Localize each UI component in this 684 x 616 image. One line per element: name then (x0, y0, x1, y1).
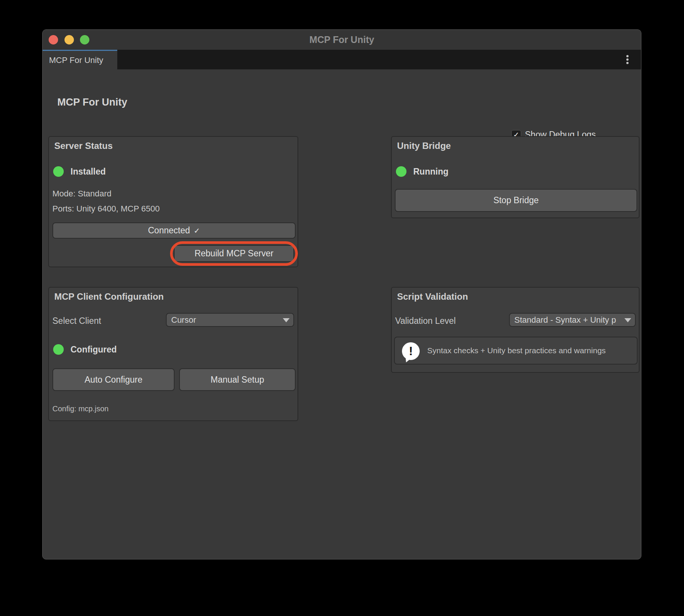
validation-level-label: Validation Level (395, 316, 456, 326)
auto-configure-label: Auto Configure (84, 375, 142, 385)
client-select-value: Cursor (171, 315, 196, 325)
rebuild-mcp-server-button[interactable]: Rebuild MCP Server (174, 245, 294, 262)
status-dot-icon (396, 166, 406, 177)
select-client-label: Select Client (52, 316, 101, 326)
window-title: MCP For Unity (43, 30, 641, 50)
status-dot-icon (53, 344, 64, 355)
info-exclamation-icon: ! (402, 342, 420, 360)
kebab-menu-icon[interactable] (622, 50, 633, 69)
stop-bridge-button[interactable]: Stop Bridge (395, 189, 637, 212)
config-path-text: Config: mcp.json (52, 405, 109, 413)
tab-label: MCP For Unity (49, 55, 103, 65)
bridge-status-row: Running (396, 166, 448, 177)
rebuild-mcp-server-label: Rebuild MCP Server (195, 248, 273, 259)
connected-button[interactable]: Connected ✓ (52, 222, 296, 239)
stop-bridge-label: Stop Bridge (493, 195, 538, 205)
content-area: MCP For Unity ✓ Show Debug Logs Server S… (43, 69, 641, 559)
dropdown-arrow-icon (283, 318, 290, 322)
server-status-row: Installed (53, 166, 106, 177)
server-status-title: Server Status (54, 141, 113, 151)
manual-setup-button[interactable]: Manual Setup (179, 368, 296, 391)
configured-status-row: Configured (53, 344, 117, 355)
manual-setup-label: Manual Setup (211, 375, 264, 385)
client-config-title: MCP Client Configuration (54, 291, 164, 302)
server-status-value: Installed (71, 167, 106, 177)
unity-bridge-panel: Unity Bridge Running Stop Bridge (391, 136, 640, 218)
auto-configure-button[interactable]: Auto Configure (52, 368, 175, 391)
unity-bridge-title: Unity Bridge (397, 141, 451, 151)
validation-help-text: Syntax checks + Unity best practices and… (427, 337, 606, 364)
titlebar: MCP For Unity (43, 30, 641, 50)
bridge-status-value: Running (413, 167, 448, 177)
configured-status-value: Configured (71, 345, 117, 355)
status-dot-icon (53, 166, 64, 177)
server-status-panel: Server Status Installed Mode: Standard P… (48, 136, 298, 267)
app-window: MCP For Unity MCP For Unity MCP For Unit… (42, 29, 641, 559)
client-select-dropdown[interactable]: Cursor (166, 313, 294, 327)
validation-level-value: Standard - Syntax + Unity p (514, 315, 616, 325)
validation-help-box: ! Syntax checks + Unity best practices a… (394, 337, 638, 365)
server-mode-text: Mode: Standard (52, 189, 112, 199)
mcp-client-configuration-panel: MCP Client Configuration Select Client C… (48, 287, 298, 421)
server-ports-text: Ports: Unity 6400, MCP 6500 (52, 204, 160, 214)
connected-label: Connected (148, 225, 190, 236)
tab-strip: MCP For Unity (43, 50, 641, 69)
dropdown-arrow-icon (624, 318, 631, 322)
page-title: MCP For Unity (57, 97, 127, 108)
script-validation-panel: Script Validation Validation Level Stand… (391, 287, 640, 373)
script-validation-title: Script Validation (397, 291, 468, 302)
validation-level-dropdown[interactable]: Standard - Syntax + Unity p (509, 313, 636, 327)
connected-check-icon: ✓ (194, 226, 200, 235)
tab-mcp-for-unity[interactable]: MCP For Unity (43, 50, 117, 69)
